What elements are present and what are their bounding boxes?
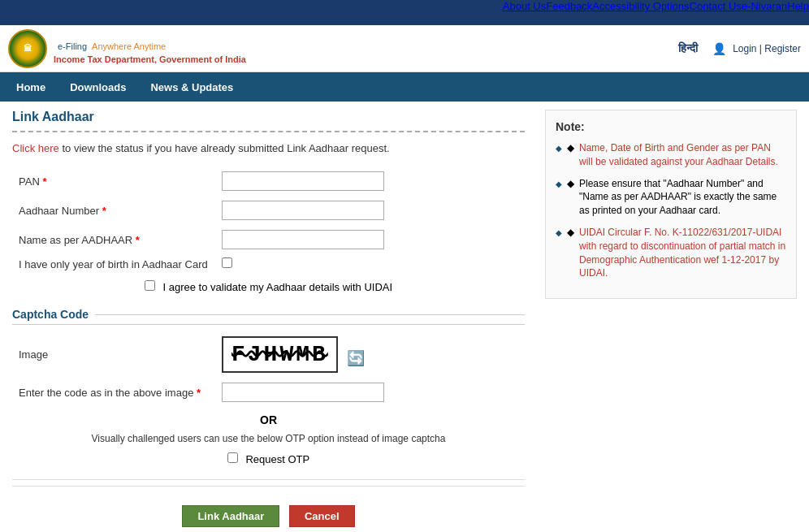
year-of-birth-checkbox[interactable] — [222, 257, 232, 268]
logo-subtitle: Income Tax Department, Government of Ind… — [54, 54, 246, 64]
logo-efiling-text: e-FilingAnywhere Anytime — [54, 33, 246, 54]
year-of-birth-row: I have only year of birth in Aadhaar Car… — [12, 254, 525, 274]
note-item-1: ◆ Name, Date of Birth and Gender as per … — [556, 141, 786, 169]
user-icon: 👤 — [712, 42, 726, 55]
header-right: हिन्दी 👤 Login | Register — [678, 41, 801, 55]
top-nav-help[interactable]: Help — [787, 0, 809, 25]
main-nav: Home Downloads News & Updates — [0, 72, 809, 102]
captcha-image-label: Image — [12, 331, 215, 378]
note-area: Note: ◆ Name, Date of Birth and Gender a… — [537, 110, 797, 532]
note-bullet-1: ◆ — [567, 141, 574, 169]
or-text: OR — [12, 407, 525, 433]
divider-1 — [12, 474, 525, 480]
click-here-suffix: to view the status if you have already s… — [62, 142, 389, 154]
hindi-link[interactable]: हिन्दी — [678, 41, 698, 55]
top-nav-feedback[interactable]: Feedback — [546, 0, 592, 25]
name-label: Name as per AADHAAR * — [12, 225, 215, 254]
nav-home[interactable]: Home — [4, 72, 58, 102]
aadhaar-input-cell — [215, 196, 525, 225]
enter-code-label: Enter the code as in the above image * — [12, 378, 215, 407]
form-area: Link Aadhaar Click here to view the stat… — [12, 110, 525, 532]
captcha-section-header: Captcha Code — [12, 308, 525, 325]
request-otp-row: Request OTP — [12, 448, 525, 469]
agree-row: I agree to validate my Aadhaar details w… — [12, 274, 525, 300]
pan-required: * — [42, 175, 46, 188]
request-otp-label: Request OTP — [245, 453, 309, 465]
refresh-captcha-icon[interactable]: 🔄 — [347, 350, 365, 366]
captcha-section: Captcha Code Image FJHWMB 🔄 Enter the co… — [12, 308, 525, 469]
note-bullet-2: ◆ — [567, 177, 574, 218]
top-nav-e-nivaran[interactable]: e-Nivaran — [742, 0, 787, 25]
note-text-3: UIDAI Circular F. No. K-11022/631/2017-U… — [579, 226, 786, 280]
form-table: PAN * Aadhaar Number * Name as per AAD — [12, 167, 525, 300]
pan-row: PAN * — [12, 167, 525, 196]
logo-emblem: 🏛 — [8, 29, 47, 68]
captcha-table: Image FJHWMB 🔄 Enter the code as in the … — [12, 331, 525, 407]
login-link[interactable]: Login — [733, 43, 756, 54]
pan-input[interactable] — [222, 171, 384, 191]
top-nav-about-us[interactable]: About Us — [503, 0, 546, 25]
note-title: Note: — [556, 120, 786, 133]
click-here-link[interactable]: Click here — [12, 142, 59, 154]
note-text-1: Name, Date of Birth and Gender as per PA… — [579, 141, 786, 169]
name-input-cell — [215, 225, 525, 254]
divider-3 — [12, 487, 525, 493]
note-list: ◆ Name, Date of Birth and Gender as per … — [556, 141, 786, 280]
enter-code-row: Enter the code as in the above image * — [12, 378, 525, 407]
top-nav-bar: About Us Feedback Accessibility Options … — [0, 0, 809, 25]
name-required: * — [136, 234, 140, 246]
agree-checkbox[interactable] — [145, 280, 155, 291]
top-nav-contact-us[interactable]: Contact Us — [690, 0, 742, 25]
pan-input-cell — [215, 167, 525, 196]
note-bullet-3: ◆ — [567, 226, 574, 280]
pan-label: PAN * — [12, 167, 215, 196]
note-box: Note: ◆ Name, Date of Birth and Gender a… — [545, 110, 797, 299]
note-item-3: ◆ UIDAI Circular F. No. K-11022/631/2017… — [556, 226, 786, 280]
page-title: Link Aadhaar — [12, 110, 525, 132]
logo-text-area: e-FilingAnywhere Anytime Income Tax Depa… — [54, 33, 246, 64]
captcha-input[interactable] — [222, 383, 384, 402]
content-area: Link Aadhaar Click here to view the stat… — [0, 102, 809, 532]
note-text-2: Please ensure that "Aadhaar Number" and … — [579, 177, 786, 218]
nav-news-updates[interactable]: News & Updates — [138, 72, 245, 102]
captcha-image-row: Image FJHWMB 🔄 — [12, 331, 525, 378]
aadhaar-label: Aadhaar Number * — [12, 196, 215, 225]
button-row: Link Aadhaar Cancel — [12, 493, 525, 532]
login-register: Login | Register — [733, 43, 801, 54]
site-header: 🏛 e-FilingAnywhere Anytime Income Tax De… — [0, 25, 809, 72]
aadhaar-input[interactable] — [222, 201, 384, 220]
name-input[interactable] — [222, 230, 384, 249]
divider-2 — [12, 480, 525, 487]
visually-challenged-text: Visually challenged users can use the be… — [12, 433, 525, 444]
request-otp-checkbox[interactable] — [227, 452, 238, 463]
register-link[interactable]: Register — [764, 43, 801, 54]
logo-area: 🏛 e-FilingAnywhere Anytime Income Tax De… — [8, 29, 246, 68]
captcha-image-cell: FJHWMB 🔄 — [215, 331, 525, 378]
nav-downloads[interactable]: Downloads — [58, 72, 138, 102]
agree-label: I agree to validate my Aadhaar details w… — [163, 281, 393, 293]
aadhaar-required: * — [102, 205, 106, 217]
link-aadhaar-button[interactable]: Link Aadhaar — [182, 505, 279, 527]
year-of-birth-label: I have only year of birth in Aadhaar Car… — [12, 254, 215, 274]
note-item-2: ◆ Please ensure that "Aadhaar Number" an… — [556, 177, 786, 218]
enter-code-required: * — [197, 387, 201, 399]
cancel-button[interactable]: Cancel — [289, 505, 355, 527]
captcha-image: FJHWMB — [222, 336, 338, 373]
year-of-birth-checkbox-cell — [215, 254, 525, 274]
click-here-text: Click here to view the status if you hav… — [12, 142, 525, 154]
aadhaar-row: Aadhaar Number * — [12, 196, 525, 225]
name-row: Name as per AADHAAR * — [12, 225, 525, 254]
enter-code-input-cell — [215, 378, 525, 407]
top-nav-accessibility[interactable]: Accessibility Options — [592, 0, 689, 25]
